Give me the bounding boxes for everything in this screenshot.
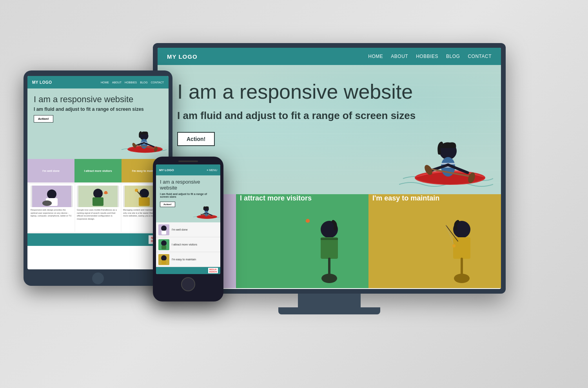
tablet-section-well-done: I'm well done [27, 159, 74, 182]
phone-header: MY LOGO ≡ MENU [156, 164, 220, 175]
tablet-body: MY LOGO HOME ABOUT HOBBIES BLOG CONTACT … [24, 70, 172, 286]
nav-blog[interactable]: BLOG [446, 54, 460, 59]
tablet-footer: NEGLIA DESIGN [27, 233, 169, 246]
svg-line-29 [446, 226, 454, 245]
monitor-hero-title: I am a responsive website [177, 81, 481, 103]
tablet-card-text-0: Responsive web design provides the optim… [31, 209, 73, 218]
phone-list-item-2: I'm easy to maintain [156, 252, 220, 267]
svg-point-42 [47, 189, 56, 199]
svg-rect-65 [162, 245, 166, 249]
phone-body: MY LOGO ≡ MENU I am a responsive website… [153, 157, 223, 301]
svg-rect-19 [321, 237, 338, 259]
tablet-nav: HOME ABOUT HOBBIES BLOG CONTACT [101, 81, 164, 84]
svg-point-30 [452, 244, 456, 247]
phone-speaker [178, 161, 198, 162]
svg-point-46 [93, 189, 103, 198]
tablet-nav-contact: CONTACT [151, 81, 164, 84]
phone-list-item-1: I attract more visitors [156, 237, 220, 252]
svg-point-44 [42, 200, 52, 206]
svg-rect-25 [453, 237, 470, 259]
monitor-stand [298, 294, 361, 307]
phone-footer-badge: NEGLIA DESIGN [208, 268, 218, 273]
phone-logo: MY LOGO [159, 168, 174, 172]
tablet-nav-about: ABOUT [112, 81, 122, 84]
phone-list-icon-1 [158, 239, 169, 250]
phone-list-label-0: I'm well done [172, 228, 188, 231]
section-easy-maintain: I'm easy to maintain [368, 194, 501, 288]
green-character [294, 210, 365, 288]
tablet-card-0: Responsive web design provides the optim… [29, 184, 74, 232]
tablet-hero: I am a responsive website I am fluid and… [27, 88, 169, 159]
svg-point-23 [306, 219, 310, 223]
tablet-device: MY LOGO HOME ABOUT HOBBIES BLOG CONTACT … [24, 70, 172, 286]
tablet-section-attract: I attract more visitors [74, 159, 122, 182]
monitor-site-logo: MY LOGO [167, 53, 198, 60]
tablet-sections: I'm well done I attract more visitors I'… [27, 159, 169, 182]
monitor-site-nav: HOME ABOUT HOBBIES BLOG CONTACT [368, 54, 492, 59]
phone-list-label-2: I'm easy to maintain [172, 258, 196, 261]
tablet-card-img-1 [77, 186, 119, 207]
svg-rect-20 [321, 238, 338, 240]
monitor-site-header: MY LOGO HOME ABOUT HOBBIES BLOG CONTACT [158, 48, 501, 65]
phone-menu[interactable]: ≡ MENU [207, 169, 217, 171]
phone-footer: NEGLIA DESIGN [156, 267, 220, 274]
tablet-section-label-1: I attract more visitors [83, 169, 113, 173]
svg-rect-67 [162, 260, 166, 264]
nav-contact[interactable]: CONTACT [468, 54, 492, 59]
phone-hero-title: I am a responsive website [160, 179, 216, 191]
tablet-nav-blog: BLOG [140, 81, 147, 84]
nav-about[interactable]: ABOUT [391, 54, 408, 59]
svg-point-27 [454, 274, 470, 283]
phone-list-item-0: I'm well done [156, 222, 220, 237]
svg-point-48 [104, 191, 107, 194]
phone-home-button[interactable] [181, 277, 195, 291]
phone-list-label-1: I attract more visitors [172, 243, 197, 246]
svg-point-62 [161, 226, 167, 231]
tablet-home-button[interactable] [92, 273, 104, 284]
tablet-card-text-1: Google now uses mobile-friendliness as a… [77, 209, 119, 221]
phone-list-icon-0 [158, 224, 169, 235]
phone-list: I'm well done I attract more visitors [156, 222, 220, 267]
tablet-hero-title: I am a responsive website [34, 95, 162, 104]
nav-hobbies[interactable]: HOBBIES [416, 54, 438, 59]
phone-screen: MY LOGO ≡ MENU I am a responsive website… [156, 164, 220, 274]
tablet-cards: Responsive web design provides the optim… [27, 182, 169, 233]
tablet-canoe-character [120, 118, 167, 157]
section-attract-label: I attract more visitors [236, 194, 316, 206]
monitor-canoe-character [399, 116, 493, 192]
tablet-section-label-0: I'm well done [42, 169, 60, 173]
tablet-header: MY LOGO HOME ABOUT HOBBIES BLOG CONTACT [27, 76, 169, 88]
svg-rect-47 [93, 197, 103, 206]
monitor-hero-cta[interactable]: Action! [177, 132, 215, 146]
svg-point-66 [161, 255, 167, 261]
phone-list-icon-2 [158, 254, 169, 265]
phone-canoe-character [192, 198, 220, 222]
svg-point-22 [321, 274, 337, 283]
svg-rect-51 [139, 197, 150, 206]
section-attract-visitors: I attract more visitors [236, 194, 368, 288]
svg-point-53 [135, 189, 138, 192]
tablet-nav-home: HOME [101, 81, 109, 84]
nav-home[interactable]: HOME [368, 54, 383, 59]
phone-device: MY LOGO ≡ MENU I am a responsive website… [153, 157, 223, 301]
tablet-hero-sub: I am fluid and adjust to fit a range of … [34, 106, 162, 112]
svg-point-64 [161, 240, 167, 246]
tablet-card-img-0 [31, 186, 73, 207]
svg-point-50 [140, 189, 149, 198]
tablet-logo: MY LOGO [32, 80, 52, 85]
monitor-base [278, 307, 380, 314]
tablet-hero-cta[interactable]: Action! [34, 115, 53, 123]
phone-hero-sub: I am fluid and adjust to fit a range of … [160, 193, 216, 198]
gold-character [426, 210, 497, 288]
phone-hero: I am a responsive website I am fluid and… [156, 175, 220, 222]
tablet-card-1: Google now uses mobile-friendliness as a… [75, 184, 121, 232]
tablet-nav-hobbies: HOBBIES [125, 81, 137, 84]
svg-rect-63 [162, 231, 166, 235]
tablet-screen: MY LOGO HOME ABOUT HOBBIES BLOG CONTACT … [27, 76, 169, 269]
phone-hero-cta[interactable]: Action! [160, 202, 175, 207]
section-maintain-label: I'm easy to maintain [368, 194, 443, 206]
